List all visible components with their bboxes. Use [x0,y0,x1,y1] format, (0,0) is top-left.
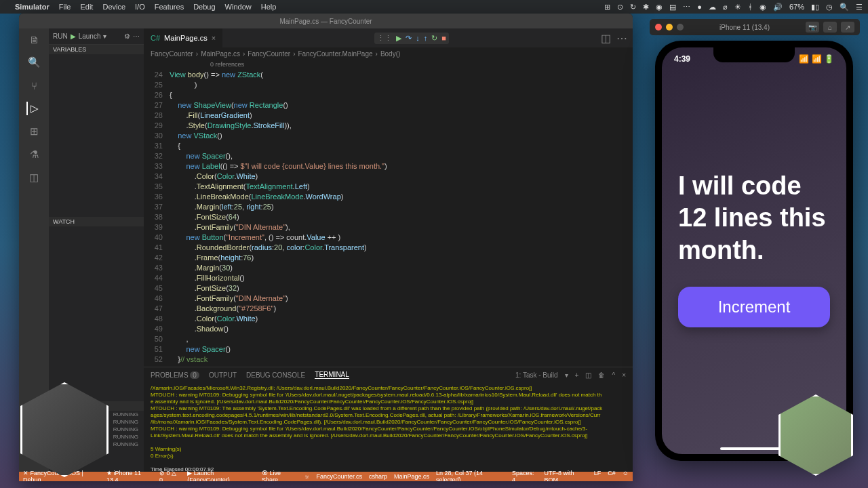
status-launch[interactable]: ▶ Launch (FancyCounter) [187,470,255,481]
control-center-icon[interactable]: ☰ [856,3,863,12]
close-panel-icon[interactable]: × [622,371,626,379]
status-icon[interactable]: ◉ [656,3,663,12]
home-icon[interactable]: ⌂ [823,22,837,33]
editor-tabs: C# MainPage.cs × ⋮⋮ ▶ ↷ ↓ ↑ ↻ ■ ◫ ⋯ [144,28,633,47]
drag-handle-icon[interactable]: ⋮⋮ [377,34,392,43]
start-debug-icon[interactable]: ▶ [71,33,76,40]
status-problems[interactable]: ⊘ 0 △ 0 [159,470,180,481]
status-icon[interactable]: ✱ [643,3,649,12]
status-icon[interactable]: ☁ [709,3,716,12]
status-feedback[interactable]: ☺ [623,470,629,481]
clock-icon[interactable]: ◷ [826,3,833,12]
test-icon[interactable]: ⚗ [27,148,41,161]
tab-output[interactable]: OUTPUT [209,371,237,379]
status-liveshare[interactable]: ⦿ Live Share [262,470,297,481]
chevron-down-icon[interactable]: ▾ [565,371,568,379]
status-bar: ✕ FancyCounter.iOS | Debug ★ iPhone 11 1… [19,472,633,481]
close-icon[interactable]: × [212,34,216,42]
run-label: RUN [53,33,68,40]
home-indicator[interactable] [720,447,788,450]
minimize-window-icon[interactable] [666,24,673,30]
status-item[interactable]: MainPage.cs [394,473,429,480]
counter-label: I will code 12 lines this month. [678,170,830,267]
new-terminal-icon[interactable]: + [575,371,579,379]
menu-debug[interactable]: Debug [193,3,215,11]
status-cursor[interactable]: Ln 28, Col 37 (14 selected) [436,470,505,481]
status-icon[interactable]: ☀ [734,3,741,12]
status-encoding[interactable]: UTF-8 with BOM [545,470,587,481]
db-icon[interactable]: ◫ [27,171,41,184]
status-lang[interactable]: C# [608,470,616,481]
tab-terminal[interactable]: TERMINAL [315,371,349,379]
status-icon[interactable]: ⌀ [723,3,728,12]
ellipsis-icon[interactable]: ⋯ [133,33,140,40]
simulator-title: iPhone 11 (13.4) [719,24,770,31]
debug-icon[interactable]: ▷ [26,102,40,115]
iphone-simulator: 4:39 📶 📶 🔋 I will code 12 lines this mon… [655,41,853,461]
code-editor[interactable]: 2425262728293031323334353637383940414243… [144,60,633,367]
status-icon[interactable]: ↻ [630,3,636,12]
status-eol[interactable]: LF [594,470,601,481]
gear-icon[interactable]: ⚙ [124,33,130,40]
rotate-icon[interactable]: ↗ [841,22,854,33]
menu-features[interactable]: Features [155,3,184,11]
step-over-icon[interactable]: ↷ [406,34,412,43]
screenshot-icon[interactable]: 📷 [806,22,819,33]
breadcrumb[interactable]: FancyCounter › MainPage.cs › FancyCounte… [144,47,633,60]
status-icon[interactable]: ⊞ [604,3,610,12]
more-icon[interactable]: ⋯ [616,32,627,45]
menu-edit[interactable]: Edit [80,3,93,11]
status-item[interactable]: FancyCounter.cs [316,473,362,480]
search-icon[interactable]: 🔍 [840,3,849,12]
macos-menubar: Simulator File Edit Device I/O Features … [0,0,868,14]
status-indent[interactable]: Spaces: 4 [512,470,538,481]
extensions-icon[interactable]: ⊞ [27,125,41,138]
editor-area: C# MainPage.cs × ⋮⋮ ▶ ↷ ↓ ↑ ↻ ■ ◫ ⋯ Fanc… [144,28,633,472]
section-watch[interactable]: WATCH [49,217,144,226]
close-window-icon[interactable] [655,24,662,30]
explorer-icon[interactable]: 🗎 [27,33,41,46]
status-item[interactable]: ☼ [304,473,309,480]
status-item[interactable]: csharp [369,473,387,480]
split-terminal-icon[interactable]: ◫ [585,371,591,379]
increment-button[interactable]: Increment [678,287,830,327]
search-icon[interactable]: 🔍 [27,56,41,69]
zoom-window-icon[interactable] [677,24,684,30]
status-icon[interactable]: ▤ [669,3,676,12]
phone-notch [713,47,795,62]
chevron-down-icon[interactable]: ▾ [103,33,106,40]
trash-icon[interactable]: 🗑 [598,371,605,379]
battery-icon: ▮▯ [811,3,819,12]
stop-icon[interactable]: ■ [441,34,446,43]
window-title: MainPage.cs — FancyCounter [279,18,372,25]
menu-io[interactable]: I/O [135,3,145,11]
menu-device[interactable]: Device [102,3,125,11]
split-editor-icon[interactable]: ◫ [601,32,611,45]
scm-icon[interactable]: ⑂ [27,79,41,92]
menu-window[interactable]: Window [225,3,252,11]
tab-problems[interactable]: PROBLEMS 0 [151,371,199,379]
volume-icon[interactable]: 🔊 [773,3,783,12]
maximize-icon[interactable]: ^ [612,371,615,379]
wifi-icon[interactable]: ◉ [760,3,766,12]
menu-file[interactable]: File [59,3,71,11]
continue-icon[interactable]: ▶ [396,34,401,43]
simulator-window-chrome: iPhone 11 (13.4) 📷 ⌂ ↗ [650,19,860,35]
status-icon[interactable]: ⊙ [617,3,623,12]
terminal-output[interactable]: /Xamarin.iOS/Facades/Microsoft.Win32.Reg… [144,382,633,472]
restart-icon[interactable]: ↻ [431,34,437,43]
terminal-shell-select[interactable]: 1: Task - Build [515,371,558,379]
section-variables[interactable]: VARIABLES [49,45,144,54]
step-out-icon[interactable]: ↑ [424,34,428,43]
step-into-icon[interactable]: ↓ [416,34,420,43]
status-device[interactable]: ★ iPhone 11 13.4 [106,470,153,481]
bluetooth-icon[interactable]: ᚼ [748,3,753,11]
status-icon[interactable]: ● [697,3,702,11]
tab-debug-console[interactable]: DEBUG CONSOLE [246,371,305,379]
tab-mainpage[interactable]: C# MainPage.cs × [144,28,222,47]
codelens-references[interactable]: 0 references [170,60,633,70]
menubar-app-name[interactable]: Simulator [15,3,50,11]
menu-help[interactable]: Help [261,3,277,11]
run-config[interactable]: Launch [79,33,101,40]
status-icon[interactable]: ⋯ [683,3,690,12]
